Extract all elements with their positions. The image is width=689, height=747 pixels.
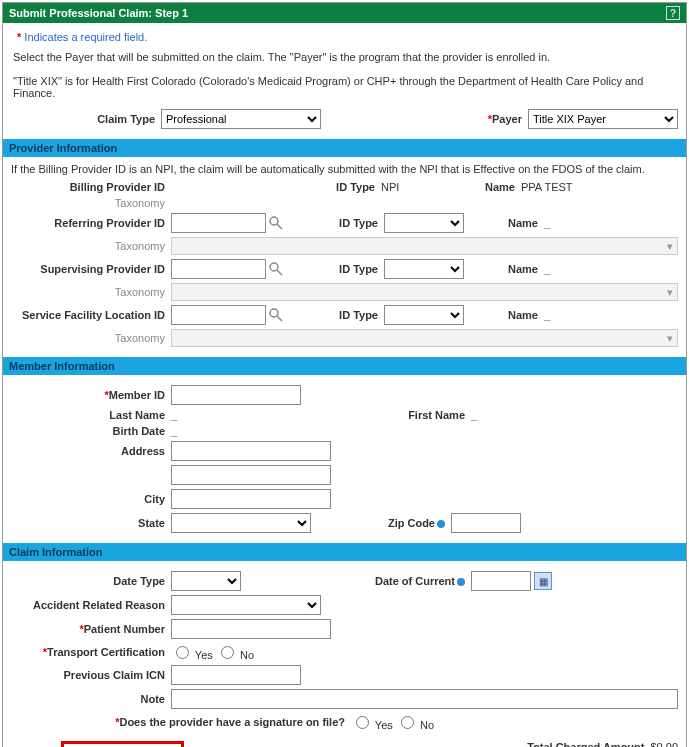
name-label: Name xyxy=(461,181,521,193)
taxonomy-label-1: Taxonomy xyxy=(11,197,171,209)
zip-code-label: Zip Code xyxy=(371,517,451,529)
supervising-name-value: _ xyxy=(544,263,550,275)
note-input[interactable] xyxy=(171,689,678,709)
date-of-current-input[interactable] xyxy=(471,571,531,591)
transport-yes-radio[interactable]: Yes xyxy=(171,643,213,661)
referring-provider-id-input[interactable] xyxy=(171,213,266,233)
date-type-select[interactable] xyxy=(171,571,241,591)
taxonomy-label-4: Taxonomy xyxy=(11,332,171,344)
address-input-1[interactable] xyxy=(171,441,331,461)
supervising-taxonomy-dropdown[interactable]: ▾ xyxy=(171,283,678,301)
svg-point-2 xyxy=(270,263,278,271)
signature-question-label: *Does the provider have a signature on f… xyxy=(11,716,351,728)
name-label: Name xyxy=(484,263,544,275)
referring-id-type-select[interactable] xyxy=(384,213,464,233)
billing-provider-id-label: Billing Provider ID xyxy=(11,181,171,193)
claim-type-select[interactable]: Professional xyxy=(161,109,321,129)
supervising-id-type-select[interactable] xyxy=(384,259,464,279)
info-icon[interactable] xyxy=(457,578,465,586)
facility-id-label: Service Facility Location ID xyxy=(11,309,171,321)
referring-name-value: _ xyxy=(544,217,550,229)
info-icon[interactable] xyxy=(437,520,445,528)
transport-cert-label: *Transport Certification xyxy=(11,646,171,658)
accident-reason-label: Accident Related Reason xyxy=(11,599,171,611)
accident-reason-select[interactable] xyxy=(171,595,321,615)
facility-id-type-select[interactable] xyxy=(384,305,464,325)
search-icon[interactable] xyxy=(268,261,284,277)
taxonomy-label-2: Taxonomy xyxy=(11,240,171,252)
transport-no-radio[interactable]: No xyxy=(216,643,254,661)
zip-code-input[interactable] xyxy=(451,513,521,533)
city-input[interactable] xyxy=(171,489,331,509)
patient-number-label: *Patient Number xyxy=(11,623,171,635)
note-label: Note xyxy=(11,693,171,705)
supervising-provider-id-input[interactable] xyxy=(171,259,266,279)
svg-line-1 xyxy=(277,224,282,229)
search-icon[interactable] xyxy=(268,307,284,323)
include-other-insurance-highlight: Include Other Insurance xyxy=(61,741,184,747)
member-id-input[interactable] xyxy=(171,385,301,405)
payer-label: *Payer xyxy=(468,113,528,125)
supervising-provider-id-label: Supervising Provider ID xyxy=(11,263,171,275)
name-label: Name xyxy=(484,217,544,229)
last-name-value: _ xyxy=(171,409,311,421)
svg-point-4 xyxy=(270,309,278,317)
referring-taxonomy-dropdown[interactable]: ▾ xyxy=(171,237,678,255)
claim-type-label: Claim Type xyxy=(11,113,161,125)
payer-select[interactable]: Title XIX Payer xyxy=(528,109,678,129)
provider-section-header: Provider Information xyxy=(3,139,686,157)
id-type-label: ID Type xyxy=(304,309,384,321)
claim-section-header: Claim Information xyxy=(3,543,686,561)
last-name-label: Last Name xyxy=(11,409,171,421)
billing-id-type-value: NPI xyxy=(381,181,461,193)
signature-yes-radio[interactable]: Yes xyxy=(351,713,393,731)
signature-no-radio[interactable]: No xyxy=(396,713,434,731)
member-id-label: *Member ID xyxy=(11,389,171,401)
svg-line-3 xyxy=(277,270,282,275)
calendar-icon[interactable]: ▦ xyxy=(534,572,552,590)
previous-claim-icn-input[interactable] xyxy=(171,665,301,685)
facility-name-value: _ xyxy=(544,309,550,321)
intro-line-1: Select the Payer that will be submitted … xyxy=(11,45,678,69)
first-name-label: First Name xyxy=(391,409,471,421)
page-title: Submit Professional Claim: Step 1 xyxy=(9,7,188,19)
state-select[interactable] xyxy=(171,513,311,533)
member-section-header: Member Information xyxy=(3,357,686,375)
address-input-2[interactable] xyxy=(171,465,331,485)
taxonomy-label-3: Taxonomy xyxy=(11,286,171,298)
date-of-current-label: Date of Current xyxy=(351,575,471,587)
required-field-note: * Indicates a required field. xyxy=(11,29,678,45)
first-name-value: _ xyxy=(471,409,477,421)
id-type-label: ID Type xyxy=(301,181,381,193)
facility-taxonomy-dropdown[interactable]: ▾ xyxy=(171,329,678,347)
intro-line-2: "Title XIX" is for Health First Colorado… xyxy=(11,69,678,105)
state-label: State xyxy=(11,517,171,529)
patient-number-input[interactable] xyxy=(171,619,331,639)
city-label: City xyxy=(11,493,171,505)
previous-claim-icn-label: Previous Claim ICN xyxy=(11,669,171,681)
svg-point-0 xyxy=(270,217,278,225)
birth-date-value: _ xyxy=(171,425,177,437)
referring-provider-id-label: Referring Provider ID xyxy=(11,217,171,229)
facility-id-input[interactable] xyxy=(171,305,266,325)
page-header: Submit Professional Claim: Step 1 ? xyxy=(3,3,686,23)
svg-line-5 xyxy=(277,316,282,321)
id-type-label: ID Type xyxy=(304,217,384,229)
address-label: Address xyxy=(11,445,171,457)
birth-date-label: Birth Date xyxy=(11,425,171,437)
search-icon[interactable] xyxy=(268,215,284,231)
total-charged-value: $0.00 xyxy=(650,741,678,747)
total-charged-label: Total Charged Amount xyxy=(490,741,650,747)
name-label: Name xyxy=(484,309,544,321)
id-type-label: ID Type xyxy=(304,263,384,275)
npi-note: If the Billing Provider ID is an NPI, th… xyxy=(11,163,678,175)
date-type-label: Date Type xyxy=(11,575,171,587)
help-icon[interactable]: ? xyxy=(666,6,680,20)
billing-name-value: PPA TEST xyxy=(521,181,573,193)
